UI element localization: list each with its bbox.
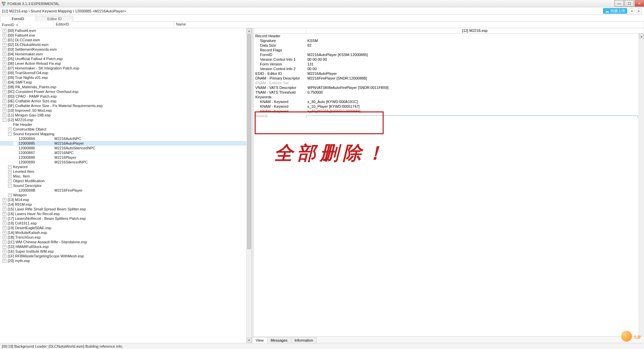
expand-icon[interactable] bbox=[3, 226, 6, 230]
scroll-up-icon[interactable]: ▲ bbox=[247, 28, 252, 34]
record-row[interactable]: TNAM - VATS Threshold0.750000 bbox=[254, 90, 644, 95]
tree-row[interactable]: [01] DLCCoast.esm bbox=[0, 38, 252, 42]
column-name[interactable]: Name bbox=[174, 21, 644, 28]
tree-row[interactable]: [1C] WM Chinese Assault Rifle - Standalo… bbox=[0, 240, 252, 244]
upload-button[interactable]: ☁ 拍摄上传 bbox=[603, 8, 627, 14]
expand-icon[interactable] bbox=[3, 245, 6, 249]
tab-messages[interactable]: Messages bbox=[267, 337, 291, 343]
close-button[interactable]: ✕ bbox=[635, 0, 644, 7]
tree-row[interactable]: [15] Laser Rifle Small Spread Beam Split… bbox=[0, 207, 252, 211]
tree-row[interactable]: [02] DLCNukaWorld.esm bbox=[0, 42, 252, 47]
maximize-button[interactable]: ☐ bbox=[625, 0, 634, 7]
tree-row[interactable]: [12] M2216.esp bbox=[0, 117, 252, 122]
tree-row[interactable]: [04] Homemaker.esm bbox=[0, 52, 252, 56]
expand-icon[interactable] bbox=[3, 62, 6, 65]
tree-row[interactable]: [0B] PA_Materials_Paints.esp bbox=[0, 85, 252, 89]
record-row[interactable]: KNAM - Keywords_40_M2216 [KYWD:12000889] bbox=[254, 109, 644, 113]
tree-row[interactable]: Leveled Item bbox=[0, 169, 252, 174]
record-row[interactable]: SignatureKSSM bbox=[254, 38, 644, 43]
expand-icon[interactable] bbox=[3, 76, 6, 80]
tree-scrollbar[interactable]: ▲ ▼ bbox=[246, 28, 252, 343]
column-formid[interactable]: FormID ▲ bbox=[0, 21, 54, 28]
tree-row[interactable]: [0C] Consistent Power Armor Overhaul.esp bbox=[0, 89, 252, 94]
tree-row[interactable]: [19] DesertEagle50AE.esp bbox=[0, 226, 252, 230]
record-field-value[interactable]: 00 00 00 00 bbox=[306, 57, 644, 61]
minimize-button[interactable]: — bbox=[614, 0, 624, 7]
record-row[interactable]: Form Version131 bbox=[254, 62, 644, 66]
record-field-value[interactable]: 00 00 bbox=[306, 67, 644, 71]
expand-icon[interactable] bbox=[3, 71, 6, 75]
expand-icon[interactable] bbox=[3, 38, 6, 42]
expand-icon[interactable] bbox=[3, 221, 6, 225]
record-row[interactable]: DNAM - Primary DescriptorM2216FirePlayer… bbox=[254, 76, 644, 81]
expand-icon[interactable] bbox=[3, 250, 6, 253]
tree-row[interactable]: [1A] ModularKalash.esp bbox=[0, 230, 252, 235]
expand-icon[interactable] bbox=[3, 52, 6, 56]
record-row[interactable]: EDID - Editor IDM2216AutoPlayer bbox=[254, 71, 644, 76]
expand-icon[interactable] bbox=[3, 254, 6, 258]
record-row[interactable]: Version Control Info 100 00 00 00 bbox=[254, 57, 644, 62]
record-field-value[interactable]: s_40_M2216 [KYWD:12000889] bbox=[306, 109, 644, 113]
expand-icon[interactable] bbox=[3, 104, 6, 108]
tree-row[interactable]: File Header bbox=[0, 122, 252, 127]
tree-row[interactable]: Sound Descriptor bbox=[0, 183, 252, 188]
tree-row[interactable]: 12000884M2216AutoNPC bbox=[0, 136, 252, 141]
expand-icon[interactable] bbox=[8, 193, 12, 197]
record-field-value[interactable]: M2216AutoPlayer bbox=[306, 71, 644, 76]
record-field-value[interactable]: s_30_Auto [KYWD:000A191C] bbox=[306, 100, 644, 104]
expand-icon[interactable] bbox=[3, 34, 6, 37]
record-field-value[interactable]: M2216FirePlayer [SNDR:1200088B] bbox=[306, 76, 644, 80]
tree-row[interactable]: [0D] CPAO - PAMP Patch.esp bbox=[0, 94, 252, 99]
tree-row[interactable]: 12000886M2216AutoSilencedNPC bbox=[0, 146, 252, 150]
tree-row[interactable]: [1D] HMARFullStock.esp bbox=[0, 244, 252, 249]
expand-icon[interactable] bbox=[8, 170, 12, 173]
record-row[interactable]: KNAM - Keywords_10_Player [KYWD:00051747… bbox=[254, 104, 644, 109]
expand-icon[interactable] bbox=[8, 128, 12, 131]
record-row[interactable]: Keywords bbox=[254, 95, 644, 99]
scroll-down-icon[interactable]: ▼ bbox=[247, 338, 252, 343]
tree-row[interactable]: [1F] RFBMissileTargetingScope WithMesh.e… bbox=[0, 254, 252, 258]
tree-row[interactable]: 1200088BM2216FirePlayer bbox=[0, 188, 252, 193]
expand-icon[interactable] bbox=[3, 207, 6, 211]
tree-row[interactable]: [0A] SMFT.esp bbox=[0, 80, 252, 85]
expand-icon[interactable] bbox=[3, 240, 6, 244]
tree-row[interactable]: 12000888M2216Player bbox=[0, 155, 252, 160]
tree-row[interactable]: [18] Colt1911.esp bbox=[0, 221, 252, 226]
tree-row[interactable]: Object Modification bbox=[0, 179, 252, 183]
record-field-value[interactable]: 82 bbox=[306, 43, 644, 47]
expand-icon[interactable] bbox=[3, 231, 6, 235]
expand-icon[interactable] bbox=[8, 165, 12, 169]
tree-row[interactable]: [09] True Nights v01.esp bbox=[0, 75, 252, 80]
tree-row[interactable]: [0E] Craftable Armor Size.esp bbox=[0, 99, 252, 103]
record-row[interactable]: Data Size82 bbox=[254, 43, 644, 48]
tab-formid[interactable]: FormID bbox=[0, 16, 36, 21]
tree-row[interactable]: 12000885M2216AutoPlayer bbox=[0, 141, 252, 146]
tree-row[interactable]: [00] Fallout4.esm bbox=[0, 28, 252, 33]
collapse-icon[interactable] bbox=[3, 118, 6, 122]
tree-row[interactable]: 12000889M2216SilencedNPC bbox=[0, 160, 252, 164]
tree-row[interactable]: [11] Minigun Gau-19B.esp bbox=[0, 113, 252, 117]
scroll-thumb[interactable] bbox=[247, 34, 251, 249]
tab-information[interactable]: Information bbox=[291, 337, 317, 343]
expand-icon[interactable] bbox=[3, 99, 6, 103]
expand-icon[interactable] bbox=[3, 81, 6, 84]
tree-row[interactable]: Weapon bbox=[0, 193, 252, 197]
expand-icon[interactable] bbox=[3, 85, 6, 89]
record-row[interactable]: KNAM - Keywords_30_Auto [KYWD:000A191C] bbox=[254, 99, 644, 104]
tree-row[interactable]: [20] myth.esp bbox=[0, 258, 252, 263]
record-field-value[interactable]: 0.750000 bbox=[306, 90, 644, 94]
expand-icon[interactable] bbox=[3, 29, 6, 33]
record-row[interactable]: VNAM - VATS DescriptorWPNVATSRifleAutoFi… bbox=[254, 85, 644, 90]
collapse-icon[interactable] bbox=[8, 132, 12, 136]
expand-icon[interactable] bbox=[3, 66, 6, 70]
expand-icon[interactable] bbox=[3, 203, 6, 206]
tree-row[interactable]: [14] R91M.esp bbox=[0, 202, 252, 207]
expand-icon[interactable] bbox=[3, 57, 6, 61]
tab-editorid[interactable]: Editor ID bbox=[36, 16, 74, 21]
expand-icon[interactable] bbox=[3, 236, 6, 239]
record-row[interactable]: Record Flags bbox=[254, 48, 644, 52]
expand-icon[interactable] bbox=[3, 109, 6, 112]
expand-icon[interactable] bbox=[8, 179, 12, 183]
expand-icon[interactable] bbox=[3, 217, 6, 220]
collapse-icon[interactable] bbox=[8, 184, 12, 188]
